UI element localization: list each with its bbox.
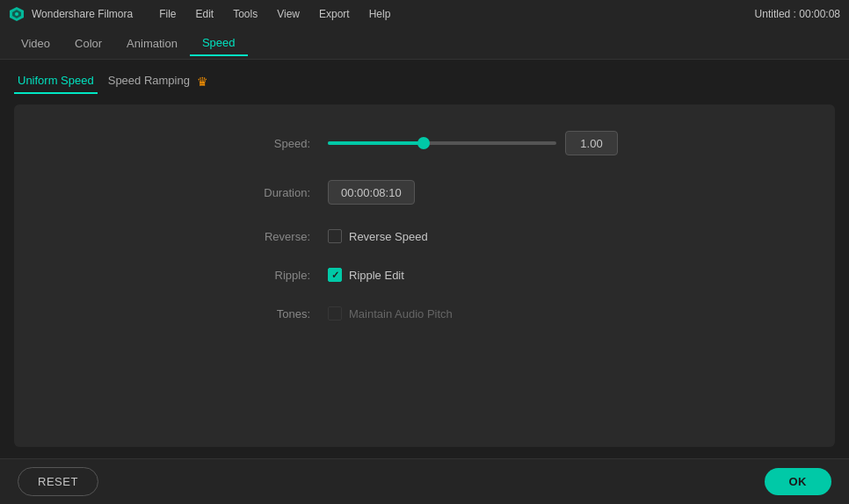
menu-export[interactable]: Export (310, 4, 359, 24)
ripple-label: Ripple: (231, 269, 310, 282)
menu-edit[interactable]: Edit (187, 4, 223, 24)
menu-help[interactable]: Help (360, 4, 400, 24)
speed-slider-container[interactable] (328, 134, 556, 152)
duration-content: 00:00:08:10 (328, 180, 618, 205)
check-mark-icon: ✓ (331, 270, 339, 280)
tones-checkbox-row: Maintain Audio Pitch (328, 306, 453, 320)
bottom-bar: RESET OK (0, 458, 849, 504)
reverse-checkbox-label: Reverse Speed (349, 230, 428, 243)
crown-icon: ♛ (197, 75, 208, 89)
project-time: Untitled : 00:00:08 (755, 8, 840, 20)
duration-value[interactable]: 00:00:08:10 (328, 180, 415, 205)
reverse-label: Reverse: (231, 230, 310, 243)
property-tabbar: Video Color Animation Speed (0, 28, 849, 60)
ok-button[interactable]: OK (765, 468, 832, 495)
duration-label: Duration: (231, 186, 310, 199)
tones-row: Tones: Maintain Audio Pitch (231, 306, 618, 320)
ripple-content: ✓ Ripple Edit (328, 268, 618, 282)
speed-controls: 1.00 (328, 131, 618, 155)
menu-tools[interactable]: Tools (224, 4, 266, 24)
reverse-checkbox-row: Reverse Speed (328, 229, 428, 243)
speed-row: Speed: 1.00 (231, 131, 618, 155)
speed-subtabs: Uniform Speed Speed Ramping ♛ (0, 60, 849, 94)
ripple-checkbox[interactable]: ✓ (328, 268, 342, 282)
speed-slider-fill (328, 141, 424, 145)
speedtab-ramp-container[interactable]: Speed Ramping ♛ (105, 68, 208, 94)
app-logo (9, 6, 25, 22)
app-name: Wondershare Filmora (32, 8, 133, 20)
ripple-checkbox-row: ✓ Ripple Edit (328, 268, 404, 282)
tab-speed[interactable]: Speed (190, 31, 248, 56)
tab-color[interactable]: Color (62, 32, 114, 55)
menu-file[interactable]: File (150, 4, 185, 24)
reverse-row: Reverse: Reverse Speed (231, 229, 618, 243)
reverse-checkbox[interactable] (328, 229, 342, 243)
menu-view[interactable]: View (268, 4, 308, 24)
duration-row: Duration: 00:00:08:10 (231, 180, 618, 205)
tones-content: Maintain Audio Pitch (328, 306, 618, 320)
speedtab-uniform[interactable]: Uniform Speed (14, 68, 98, 94)
speedtab-ramp-label: Speed Ramping (105, 68, 193, 94)
ripple-row: Ripple: ✓ Ripple Edit (231, 268, 618, 282)
tones-checkbox[interactable] (328, 306, 342, 320)
speed-slider-track (328, 141, 556, 145)
speed-value-input[interactable]: 1.00 (565, 131, 618, 155)
ripple-checkbox-label: Ripple Edit (349, 269, 404, 282)
settings-panel: Speed: 1.00 Duration: 00:00:08:10 Revers… (14, 104, 835, 447)
menu-bar: File Edit Tools View Export Help (150, 4, 399, 24)
tab-animation[interactable]: Animation (114, 32, 190, 55)
tab-video[interactable]: Video (9, 32, 62, 55)
speed-label: Speed: (231, 137, 310, 150)
titlebar: Wondershare Filmora File Edit Tools View… (0, 0, 849, 28)
speed-slider-thumb[interactable] (417, 137, 430, 149)
tones-label: Tones: (231, 307, 310, 320)
reset-button[interactable]: RESET (18, 467, 98, 496)
tones-checkbox-label: Maintain Audio Pitch (349, 307, 453, 320)
svg-point-2 (15, 12, 18, 16)
reverse-content: Reverse Speed (328, 229, 618, 243)
